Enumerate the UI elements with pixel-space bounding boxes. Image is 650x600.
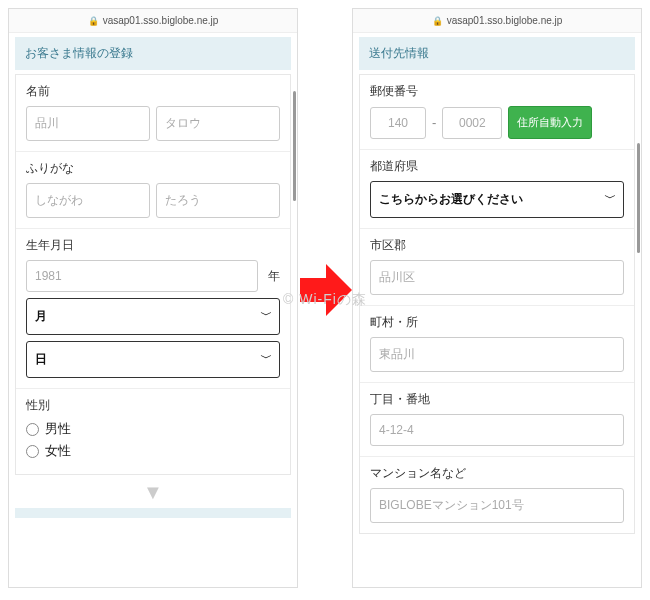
dob-month-select[interactable]: 月 〉: [26, 298, 280, 335]
section-heading-customer: お客さま情報の登録: [15, 37, 291, 70]
gender-male-radio[interactable]: 男性: [26, 420, 280, 438]
next-section-peek: [15, 508, 291, 518]
chevron-down-icon: 〉: [258, 311, 273, 322]
url-text: vasap01.sso.biglobe.ne.jp: [103, 15, 219, 26]
block-number-block: 丁目・番地 4-12-4: [360, 383, 634, 457]
customer-info-card: 名前 品川 タロウ ふりがな しながわ たろう 生年月日: [15, 74, 291, 475]
radio-icon: [26, 423, 39, 436]
dob-year-suffix: 年: [268, 268, 280, 285]
gender-male-label: 男性: [45, 420, 71, 438]
block-input[interactable]: 4-12-4: [370, 414, 624, 446]
radio-icon: [26, 445, 39, 458]
dob-block: 生年月日 1981 年 月 〉 日 〉: [16, 229, 290, 389]
scroll-indicator[interactable]: [637, 143, 640, 253]
shipping-info-card: 郵便番号 140 - 0002 住所自動入力 都道府県 こちらからお選びください…: [359, 74, 635, 534]
zip2-input[interactable]: 0002: [442, 107, 502, 139]
gender-female-radio[interactable]: 女性: [26, 442, 280, 460]
pref-label: 都道府県: [370, 158, 624, 175]
name-mei-input[interactable]: タロウ: [156, 106, 280, 141]
zip-block: 郵便番号 140 - 0002 住所自動入力: [360, 75, 634, 150]
auto-address-button[interactable]: 住所自動入力: [508, 106, 592, 139]
building-block: マンション名など BIGLOBEマンション101号: [360, 457, 634, 533]
dob-year-input[interactable]: 1981: [26, 260, 258, 292]
url-bar: 🔒 vasap01.sso.biglobe.ne.jp: [353, 9, 641, 33]
gender-block: 性別 男性 女性: [16, 389, 290, 474]
kana-mei-input[interactable]: たろう: [156, 183, 280, 218]
url-text: vasap01.sso.biglobe.ne.jp: [447, 15, 563, 26]
zip-dash: -: [432, 115, 436, 130]
dob-day-select[interactable]: 日 〉: [26, 341, 280, 378]
zip-label: 郵便番号: [370, 83, 624, 100]
lock-icon: 🔒: [88, 16, 99, 26]
section-heading-shipping: 送付先情報: [359, 37, 635, 70]
pref-block: 都道府県 こちらからお選びください 〉: [360, 150, 634, 229]
city-input[interactable]: 品川区: [370, 260, 624, 295]
dob-month-value: 月: [35, 308, 47, 325]
town-label: 町村・所: [370, 314, 624, 331]
kana-block: ふりがな しながわ たろう: [16, 152, 290, 229]
arrow-right-icon: [300, 260, 352, 320]
phone-screen-left: 🔒 vasap01.sso.biglobe.ne.jp お客さま情報の登録 名前…: [8, 8, 298, 588]
dob-label: 生年月日: [26, 237, 280, 254]
town-block: 町村・所 東品川: [360, 306, 634, 383]
kana-sei-input[interactable]: しながわ: [26, 183, 150, 218]
gender-label: 性別: [26, 397, 280, 414]
lock-icon: 🔒: [432, 16, 443, 26]
name-block: 名前 品川 タロウ: [16, 75, 290, 152]
url-bar: 🔒 vasap01.sso.biglobe.ne.jp: [9, 9, 297, 33]
scroll-indicator[interactable]: [293, 91, 296, 201]
chevron-down-icon: 〉: [602, 194, 617, 205]
scroll-down-icon: ▼: [15, 477, 291, 508]
name-sei-input[interactable]: 品川: [26, 106, 150, 141]
city-block: 市区郡 品川区: [360, 229, 634, 306]
svg-marker-0: [300, 264, 352, 316]
city-label: 市区郡: [370, 237, 624, 254]
building-label: マンション名など: [370, 465, 624, 482]
phone-screen-right: 🔒 vasap01.sso.biglobe.ne.jp 送付先情報 郵便番号 1…: [352, 8, 642, 588]
town-input[interactable]: 東品川: [370, 337, 624, 372]
dob-day-value: 日: [35, 351, 47, 368]
gender-female-label: 女性: [45, 442, 71, 460]
block-label: 丁目・番地: [370, 391, 624, 408]
building-input[interactable]: BIGLOBEマンション101号: [370, 488, 624, 523]
name-label: 名前: [26, 83, 280, 100]
chevron-down-icon: 〉: [258, 354, 273, 365]
zip1-input[interactable]: 140: [370, 107, 426, 139]
pref-select-value: こちらからお選びください: [379, 191, 523, 208]
pref-select[interactable]: こちらからお選びください 〉: [370, 181, 624, 218]
kana-label: ふりがな: [26, 160, 280, 177]
